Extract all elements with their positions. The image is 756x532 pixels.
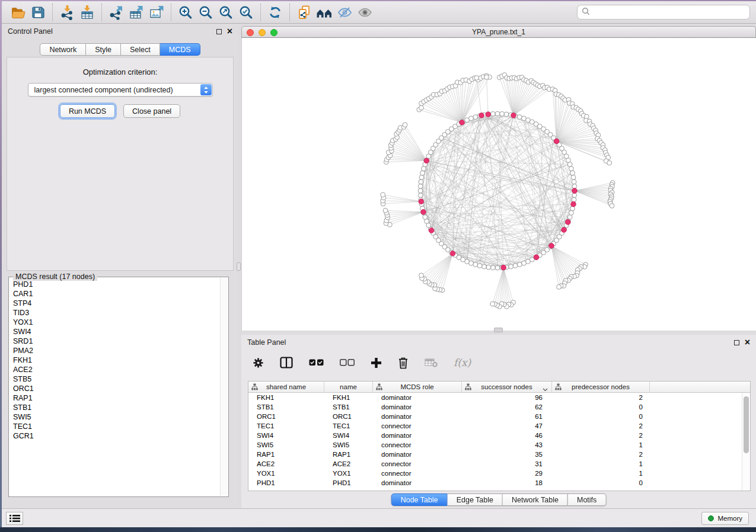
table-cell[interactable]: PHD1 (248, 479, 324, 486)
table-cell[interactable]: 43 (462, 441, 552, 448)
window-close-icon[interactable] (247, 29, 254, 36)
table-cell[interactable]: 2 (552, 422, 650, 430)
mcds-result-item[interactable]: PHD1 (10, 280, 219, 289)
mcds-result-item[interactable]: TEC1 (10, 422, 219, 431)
table-cell[interactable]: FKH1 (324, 394, 373, 401)
table-row[interactable]: TEC1TEC1connector472 (248, 421, 742, 431)
table-cell[interactable]: dominator (373, 432, 462, 439)
table-row[interactable]: RAP1RAP1dominator352 (248, 450, 742, 459)
table-cell[interactable]: 0 (552, 479, 650, 486)
table-row[interactable]: SWI5SWI5connector431 (248, 440, 742, 450)
window-zoom-icon[interactable] (270, 29, 277, 36)
delete-table-icon[interactable] (425, 358, 438, 367)
table-cell[interactable]: 2 (552, 394, 650, 401)
table-cell[interactable]: dominator (373, 413, 462, 420)
table-cell[interactable]: 29 (462, 470, 552, 477)
memory-button[interactable]: Memory (701, 512, 749, 525)
table-cell[interactable]: dominator (373, 394, 462, 401)
window-minimize-icon[interactable] (259, 29, 266, 36)
mcds-result-item[interactable]: SWI4 (10, 327, 219, 336)
tab-network-table[interactable]: Network Table (503, 493, 568, 506)
table-cell[interactable]: 62 (462, 403, 552, 411)
table-cell[interactable]: 2 (552, 432, 650, 439)
table-row[interactable]: ORC1ORC1dominator610 (248, 412, 742, 421)
table-cell[interactable]: TEC1 (248, 422, 324, 430)
tab-motifs[interactable]: Motifs (568, 493, 606, 506)
table-cell[interactable]: SWI5 (248, 441, 324, 448)
table-cell[interactable]: connector (373, 422, 462, 430)
table-cell[interactable]: FKH1 (248, 394, 324, 401)
table-cell[interactable]: ORC1 (248, 413, 324, 420)
table-scrollbar-thumb[interactable] (744, 396, 749, 453)
table-cell[interactable]: SWI4 (324, 432, 373, 439)
table-cell[interactable]: 1 (552, 441, 650, 448)
table-row[interactable]: SWI4SWI4dominator462 (248, 431, 742, 440)
mcds-result-item[interactable]: FKH1 (10, 355, 219, 365)
table-cell[interactable]: SWI5 (324, 441, 373, 448)
export-table-icon[interactable] (126, 3, 146, 22)
tab-network[interactable]: Network (40, 43, 86, 56)
zoom-fit-icon[interactable] (216, 3, 236, 22)
mcds-result-item[interactable]: SWI5 (10, 412, 219, 422)
table-cell[interactable]: connector (373, 470, 462, 477)
table-row[interactable]: ACE2ACE2connector311 (248, 459, 742, 469)
vertical-splitter-handle[interactable] (237, 262, 241, 271)
optimization-criterion-dropdown[interactable]: largest connected component (undirected) (28, 83, 213, 97)
table-cell[interactable]: dominator (373, 451, 462, 458)
table-cell[interactable]: ACE2 (248, 460, 324, 467)
search-field[interactable] (577, 5, 750, 20)
tab-edge-table[interactable]: Edge Table (448, 493, 503, 506)
import-table-icon[interactable] (77, 3, 97, 22)
table-cell[interactable]: 46 (462, 432, 552, 439)
refresh-icon[interactable] (265, 3, 285, 22)
table-row[interactable]: FKH1FKH1dominator962 (248, 393, 742, 402)
mcds-result-item[interactable]: STB5 (10, 374, 219, 384)
table-cell[interactable]: connector (373, 460, 462, 467)
table-cell[interactable]: YOX1 (324, 470, 373, 477)
export-image-icon[interactable] (146, 3, 167, 22)
table-cell[interactable]: 1 (552, 460, 650, 467)
mcds-result-item[interactable]: GCR1 (10, 431, 219, 441)
mcds-result-item[interactable]: ORC1 (10, 384, 219, 393)
mcds-result-item[interactable]: RAP1 (10, 393, 219, 403)
show-columns-icon[interactable] (280, 357, 293, 368)
zoom-in-icon[interactable] (176, 3, 196, 22)
table-cell[interactable]: 47 (462, 422, 552, 430)
function-builder-icon[interactable]: f(x) (454, 357, 471, 368)
table-scrollbar[interactable] (742, 393, 750, 491)
horizontal-splitter-handle[interactable] (494, 328, 503, 332)
table-cell[interactable]: 2 (552, 451, 650, 458)
select-all-icon[interactable] (309, 359, 324, 366)
table-cell[interactable]: dominator (373, 479, 462, 486)
mcds-result-item[interactable]: SRD1 (10, 336, 219, 346)
table-cell[interactable]: RAP1 (324, 451, 373, 458)
mcds-result-item[interactable]: TID3 (10, 308, 219, 318)
table-cell[interactable]: PHD1 (324, 479, 373, 486)
float-panel-icon[interactable] (216, 29, 222, 34)
network-window-titlebar[interactable]: YPA_prune.txt_1 (241, 26, 756, 38)
table-cell[interactable]: ORC1 (324, 413, 373, 420)
show-all-icon[interactable] (355, 3, 375, 22)
search-input[interactable] (593, 8, 745, 17)
close-panel-icon[interactable]: × (745, 339, 750, 345)
panel-menu-button[interactable] (6, 512, 23, 525)
add-icon[interactable] (371, 357, 382, 368)
column-header-shared-name[interactable]: shared name (248, 382, 324, 392)
run-mcds-button[interactable]: Run MCDS (60, 104, 115, 118)
table-row[interactable]: PHD1PHD1dominator180 (248, 478, 742, 488)
open-session-icon[interactable] (8, 3, 28, 22)
table-row[interactable]: YOX1YOX1connector291 (248, 469, 742, 478)
table-row[interactable]: STB1STB1dominator620 (248, 402, 742, 412)
table-cell[interactable]: 35 (462, 451, 552, 458)
network-canvas[interactable] (241, 38, 756, 331)
table-cell[interactable]: 0 (552, 403, 650, 411)
table-cell[interactable]: 0 (552, 413, 650, 420)
mcds-result-item[interactable]: ACE2 (10, 365, 219, 374)
column-header-successor-nodes[interactable]: successor nodes (462, 382, 552, 392)
mcds-result-item[interactable]: YOX1 (10, 318, 219, 327)
column-header-predecessor-nodes[interactable]: predecessor nodes (552, 382, 650, 392)
table-cell[interactable]: STB1 (324, 403, 373, 411)
close-panel-icon[interactable]: × (227, 28, 232, 34)
zoom-out-icon[interactable] (196, 3, 216, 22)
gear-icon[interactable] (253, 357, 264, 368)
